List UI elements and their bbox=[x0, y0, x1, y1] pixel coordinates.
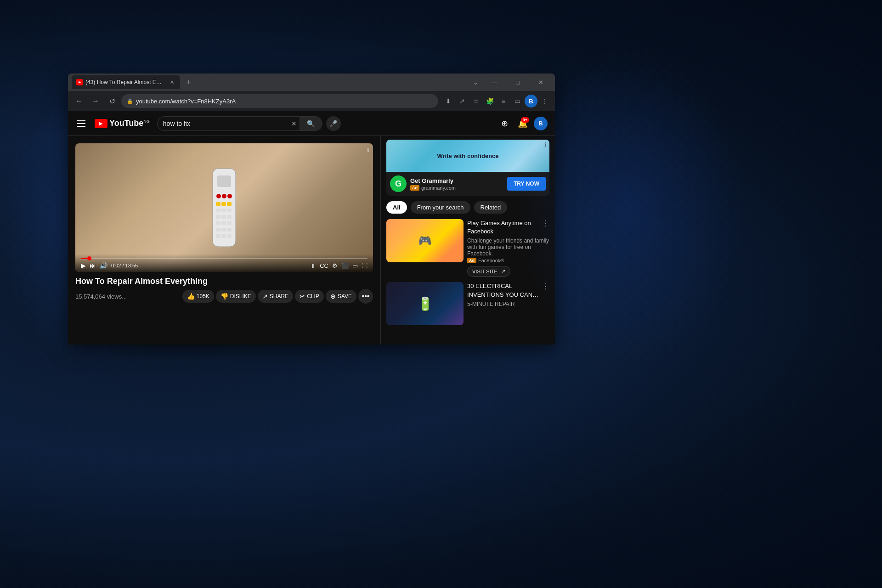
hamburger-line-1 bbox=[77, 120, 85, 121]
forward-button[interactable]: → bbox=[88, 94, 103, 108]
grammarly-ad-title: Get Grammarly bbox=[410, 177, 503, 184]
minimize-button[interactable]: ─ bbox=[484, 74, 505, 91]
chrome-chevron-icon[interactable]: ⌄ bbox=[467, 74, 484, 91]
svg-rect-19 bbox=[227, 228, 232, 232]
facebook-game-more-button[interactable]: ⋮ bbox=[542, 219, 549, 228]
microphone-button[interactable]: 🎤 bbox=[326, 116, 341, 131]
video-views: 15,574,064 views... bbox=[75, 293, 127, 300]
like-button[interactable]: 👍 105K bbox=[182, 290, 214, 303]
search-submit-button[interactable]: 🔍 bbox=[300, 116, 322, 131]
youtube-logo[interactable]: YouTubeNG bbox=[95, 119, 150, 128]
video-actions: 👍 105K 👎 DISLIKE ↗ SHARE ✂ bbox=[182, 289, 373, 304]
active-tab[interactable]: (43) How To Repair Almost Every ✕ bbox=[72, 75, 180, 89]
tab-favicon bbox=[76, 79, 83, 85]
dislike-button[interactable]: 👎 DISLIKE bbox=[216, 290, 256, 303]
chrome-menu-icon[interactable]: ⋮ bbox=[538, 95, 551, 107]
filter-pills-row: All From your search Related bbox=[386, 201, 549, 214]
grammarly-domain: grammarly.com bbox=[421, 185, 456, 191]
user-avatar[interactable]: B bbox=[534, 117, 548, 130]
electrical-inventions-more-button[interactable]: ⋮ bbox=[542, 282, 549, 291]
address-bar[interactable]: 🔒 youtube.com/watch?v=Fn8HKZyA3rA bbox=[121, 94, 438, 108]
hamburger-menu-button[interactable] bbox=[75, 119, 87, 129]
visit-site-button[interactable]: VISIT SITE ↗ bbox=[467, 266, 510, 277]
title-bar: (43) How To Repair Almost Every ✕ + ⌄ ─ … bbox=[68, 74, 555, 91]
ad-info-icon[interactable]: ℹ bbox=[367, 147, 369, 153]
recommendations-sidebar: Write with confidence ℹ G Get Grammarly … bbox=[380, 136, 555, 345]
like-count: 105K bbox=[197, 293, 209, 300]
tab-area: (43) How To Repair Almost Every ✕ + bbox=[72, 75, 467, 89]
dislike-icon: 👎 bbox=[220, 293, 228, 300]
playlist-icon[interactable]: ≡ bbox=[497, 95, 510, 107]
bookmark-icon[interactable]: ☆ bbox=[469, 95, 482, 107]
nav-icons-right: ⬇ ↗ ☆ 🧩 ≡ ▭ B ⋮ bbox=[442, 95, 551, 107]
youtube-ng-label: NG bbox=[143, 119, 150, 124]
search-input[interactable] bbox=[157, 116, 288, 131]
cc-button[interactable]: CC bbox=[320, 262, 328, 269]
hamburger-line-3 bbox=[77, 126, 85, 127]
grammarly-domain-row: Ad grammarly.com bbox=[410, 185, 503, 191]
facebook-game-info: Play Games Anytime on Facebook Challenge… bbox=[467, 219, 549, 277]
next-button[interactable]: ⏭ bbox=[90, 262, 96, 269]
facebook-game-rec-card: 🎮 Play Games Anytime on Facebook Challen… bbox=[386, 219, 549, 277]
refresh-button[interactable]: ↺ bbox=[105, 94, 119, 108]
back-button[interactable]: ← bbox=[72, 94, 86, 108]
total-time: 13:55 bbox=[125, 263, 138, 268]
progress-fill bbox=[81, 258, 90, 259]
url-text: youtube.com/watch?v=Fn8HKZyA3rA bbox=[136, 98, 433, 105]
filter-from-search[interactable]: From your search bbox=[411, 201, 470, 214]
svg-rect-13 bbox=[227, 215, 232, 219]
settings-button[interactable]: ⚙ bbox=[332, 262, 338, 269]
youtube-page: YouTubeNG ✕ 🔍 🎤 ⊕ 🔔 9+ B bbox=[68, 111, 555, 345]
svg-rect-12 bbox=[221, 215, 226, 219]
progress-bar[interactable] bbox=[81, 258, 368, 259]
ad-info-icon[interactable]: ℹ bbox=[544, 141, 547, 148]
extensions-icon[interactable]: 🧩 bbox=[483, 95, 496, 107]
share-button[interactable]: ↗ SHARE bbox=[258, 290, 293, 303]
new-tab-button[interactable]: + bbox=[182, 76, 195, 89]
video-controls: ▶ ⏭ 🔊 0:02 / 13:55 ⏸ bbox=[75, 254, 373, 272]
try-now-button[interactable]: TRY NOW bbox=[507, 177, 546, 191]
electrical-inventions-channel: 5-MINUTE REPAIR bbox=[467, 301, 549, 307]
electrical-inventions-rec-card[interactable]: 🔋 30 ELECTRICAL INVENTIONS YOU CAN MAKE … bbox=[386, 282, 549, 325]
current-time: 0:02 bbox=[111, 263, 121, 268]
svg-rect-20 bbox=[216, 234, 220, 238]
svg-rect-10 bbox=[227, 209, 232, 212]
sidebar-toggle-icon[interactable]: ▭ bbox=[511, 95, 524, 107]
lock-icon: 🔒 bbox=[127, 98, 133, 104]
share-icon[interactable]: ↗ bbox=[456, 95, 469, 107]
miniplayer-button[interactable]: ⬛ bbox=[341, 262, 349, 269]
video-section: ℹ ▶ ⏭ 🔊 0:02 bbox=[68, 136, 380, 345]
maximize-button[interactable]: □ bbox=[507, 74, 528, 91]
filter-all[interactable]: All bbox=[386, 201, 407, 214]
play-button[interactable]: ▶ bbox=[81, 262, 86, 269]
search-clear-button[interactable]: ✕ bbox=[288, 116, 300, 131]
remote-control-image bbox=[206, 166, 243, 249]
video-player[interactable]: ℹ ▶ ⏭ 🔊 0:02 bbox=[75, 143, 373, 272]
download-icon[interactable]: ⬇ bbox=[442, 95, 455, 107]
facebook-advertiser: Facebook® bbox=[478, 258, 504, 263]
tab-title: (43) How To Repair Almost Every bbox=[85, 79, 164, 85]
facebook-game-desc-text: Challenge your friends and family with f… bbox=[467, 237, 549, 257]
search-box: ✕ 🔍 🎤 bbox=[157, 116, 341, 131]
svg-rect-22 bbox=[227, 234, 232, 238]
youtube-logo-text: YouTubeNG bbox=[109, 119, 150, 128]
tab-close-button[interactable]: ✕ bbox=[168, 79, 175, 86]
close-button[interactable]: ✕ bbox=[530, 74, 551, 91]
theater-button[interactable]: ▭ bbox=[352, 262, 358, 269]
volume-button[interactable]: 🔊 bbox=[100, 262, 107, 269]
electrical-inventions-title: 30 ELECTRICAL INVENTIONS YOU CAN MAKE AT… bbox=[467, 282, 549, 299]
electrical-inventions-info: 30 ELECTRICAL INVENTIONS YOU CAN MAKE AT… bbox=[467, 282, 549, 325]
svg-rect-18 bbox=[221, 228, 226, 232]
hamburger-line-2 bbox=[77, 123, 85, 124]
fullscreen-button[interactable]: ⛶ bbox=[362, 262, 368, 269]
notifications-button[interactable]: 🔔 9+ bbox=[515, 116, 530, 131]
clip-button[interactable]: ✂ CLIP bbox=[295, 290, 324, 303]
more-actions-button[interactable]: ••• bbox=[358, 289, 373, 304]
profile-button[interactable]: B bbox=[525, 95, 537, 107]
save-button[interactable]: ⊕ SAVE bbox=[326, 290, 356, 303]
filter-related[interactable]: Related bbox=[474, 201, 508, 214]
facebook-game-thumb-img: 🎮 bbox=[386, 219, 464, 262]
grammarly-logo: G bbox=[390, 175, 407, 192]
svg-point-4 bbox=[227, 194, 232, 198]
create-video-button[interactable]: ⊕ bbox=[497, 116, 512, 131]
